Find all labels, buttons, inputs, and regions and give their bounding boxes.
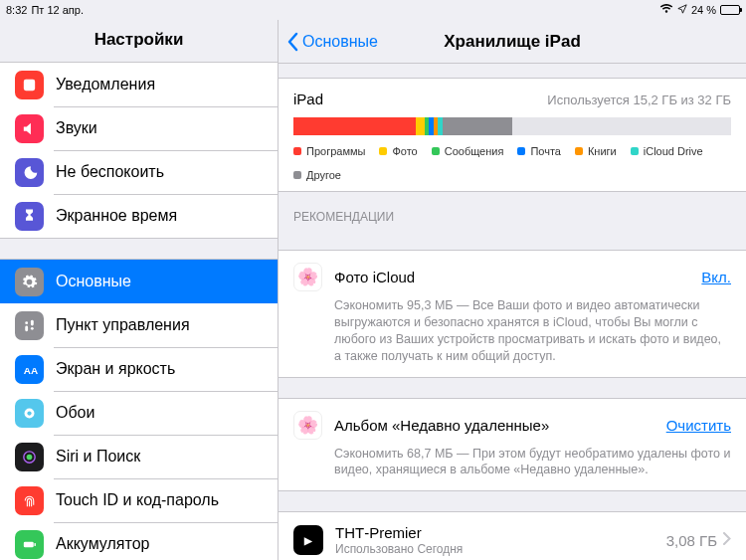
legend-label: Книги bbox=[588, 145, 617, 157]
app-row[interactable]: ▶ ТНТ-Premier Использовано Сегодня 3,08 … bbox=[279, 512, 746, 560]
svg-rect-11 bbox=[34, 543, 35, 546]
storage-card: iPad Используется 15,2 ГБ из 32 ГБ Прогр… bbox=[279, 78, 746, 192]
legend-item: Программы bbox=[293, 145, 365, 157]
recommendation-action[interactable]: Очистить bbox=[666, 417, 731, 434]
recommendation: 🌸 Альбом «Недавно удаленные» Очистить Сэ… bbox=[279, 399, 746, 491]
recommendation-card: 🌸 Альбом «Недавно удаленные» Очистить Сэ… bbox=[279, 398, 746, 492]
legend-swatch bbox=[575, 147, 583, 155]
recommendation-action[interactable]: Вкл. bbox=[701, 269, 731, 285]
legend-label: Другое bbox=[306, 169, 341, 181]
sidebar-item-label: Обои bbox=[56, 404, 94, 422]
sidebar-item-label: Не беспокоить bbox=[56, 163, 164, 181]
sidebar-item-general[interactable]: Основные bbox=[0, 260, 278, 303]
svg-rect-3 bbox=[31, 319, 34, 325]
notifications-icon bbox=[15, 71, 44, 99]
display-brightness-icon: AA bbox=[15, 355, 44, 384]
legend-item: iCloud Drive bbox=[631, 145, 703, 157]
legend-swatch bbox=[517, 147, 525, 155]
sidebar-item-control-center[interactable]: Пункт управления bbox=[0, 303, 278, 347]
storage-legend: ПрограммыФотоСообщенияПочтаКнигиiCloud D… bbox=[293, 145, 731, 181]
svg-point-4 bbox=[31, 326, 34, 329]
sidebar-item-label: Пункт управления bbox=[56, 316, 190, 334]
svg-rect-2 bbox=[25, 325, 28, 331]
legend-item: Фото bbox=[379, 145, 417, 157]
wallpaper-icon bbox=[15, 399, 44, 428]
sidebar-item-label: Экран и яркость bbox=[56, 360, 175, 378]
apps-list: ▶ ТНТ-Premier Использовано Сегодня 3,08 … bbox=[279, 511, 746, 560]
sidebar-item-do-not-disturb[interactable]: Не беспокоить bbox=[0, 150, 278, 194]
photos-icon: 🌸 bbox=[293, 411, 322, 440]
sidebar-group-2: ОсновныеПункт управленияAAЭкран и яркост… bbox=[0, 259, 278, 560]
status-time: 8:32 bbox=[6, 4, 27, 16]
battery-pct: 24 % bbox=[691, 4, 716, 16]
storage-segment bbox=[293, 117, 416, 135]
storage-used-text: Используется 15,2 ГБ из 32 ГБ bbox=[547, 93, 731, 107]
sidebar-item-siri-search[interactable]: Siri и Поиск bbox=[0, 435, 278, 478]
svg-text:AA: AA bbox=[24, 364, 38, 375]
sidebar-item-battery[interactable]: Аккумулятор bbox=[0, 522, 278, 560]
back-label: Основные bbox=[302, 33, 378, 51]
sidebar-item-display-brightness[interactable]: AAЭкран и яркость bbox=[0, 347, 278, 391]
sidebar-item-label: Звуки bbox=[56, 119, 97, 137]
battery-icon bbox=[15, 530, 44, 559]
storage-segment bbox=[416, 117, 425, 135]
location-icon bbox=[677, 4, 687, 16]
legend-swatch bbox=[379, 147, 387, 155]
storage-bar bbox=[293, 117, 731, 135]
sidebar-item-label: Основные bbox=[56, 273, 131, 290]
chevron-left-icon bbox=[286, 32, 298, 52]
legend-label: Сообщения bbox=[445, 145, 504, 157]
sidebar-item-sounds[interactable]: Звуки bbox=[0, 106, 278, 150]
svg-rect-10 bbox=[24, 541, 34, 547]
svg-point-9 bbox=[27, 454, 33, 460]
touch-id-icon bbox=[15, 486, 44, 515]
storage-device: iPad bbox=[293, 91, 323, 107]
recommendation-title: Альбом «Недавно удаленные» bbox=[334, 417, 666, 434]
sidebar-item-label: Siri и Поиск bbox=[56, 448, 140, 466]
detail-content[interactable]: iPad Используется 15,2 ГБ из 32 ГБ Прогр… bbox=[279, 64, 746, 560]
sidebar-item-screen-time[interactable]: Экранное время bbox=[0, 194, 278, 238]
svg-point-1 bbox=[25, 321, 28, 324]
sidebar-title: Настройки bbox=[0, 20, 278, 62]
legend-item: Почта bbox=[517, 145, 561, 157]
sidebar-item-label: Экранное время bbox=[56, 207, 177, 225]
legend-label: iCloud Drive bbox=[644, 145, 703, 157]
siri-search-icon bbox=[15, 443, 44, 471]
control-center-icon bbox=[15, 311, 44, 340]
wifi-icon bbox=[659, 4, 673, 16]
status-bar: 8:32 Пт 12 апр. 24 % bbox=[0, 0, 746, 20]
status-date: Пт 12 апр. bbox=[31, 4, 84, 16]
general-icon bbox=[15, 268, 44, 296]
legend-swatch bbox=[293, 147, 301, 155]
screen-time-icon bbox=[15, 202, 44, 231]
sidebar-item-touch-id[interactable]: Touch ID и код-пароль bbox=[0, 478, 278, 522]
legend-label: Почта bbox=[530, 145, 561, 157]
settings-sidebar[interactable]: Настройки УведомленияЗвукиНе беспокоитьЭ… bbox=[0, 20, 279, 560]
legend-swatch bbox=[631, 147, 639, 155]
legend-item: Другое bbox=[293, 169, 341, 181]
photos-icon: 🌸 bbox=[293, 263, 322, 291]
legend-label: Программы bbox=[306, 145, 365, 157]
app-icon: ▶ bbox=[293, 525, 323, 555]
legend-item: Сообщения bbox=[432, 145, 504, 157]
app-name: ТНТ-Premier bbox=[335, 524, 666, 542]
legend-swatch bbox=[432, 147, 440, 155]
recommendation-card: 🌸 Фото iCloud Вкл. Сэкономить 95,3 МБ — … bbox=[279, 250, 746, 378]
sidebar-group-1: УведомленияЗвукиНе беспокоитьЭкранное вр… bbox=[0, 62, 278, 239]
storage-segment bbox=[443, 117, 512, 135]
do-not-disturb-icon bbox=[15, 158, 44, 187]
app-subtitle: Использовано Сегодня bbox=[335, 542, 666, 556]
recommendation: 🌸 Фото iCloud Вкл. Сэкономить 95,3 МБ — … bbox=[279, 251, 746, 377]
recommendations-header: РЕКОМЕНДАЦИИ bbox=[279, 192, 746, 230]
sidebar-item-wallpaper[interactable]: Обои bbox=[0, 391, 278, 435]
sidebar-item-label: Аккумулятор bbox=[56, 535, 149, 553]
legend-swatch bbox=[293, 171, 301, 179]
detail-pane: Основные Хранилище iPad iPad Используетс… bbox=[279, 20, 746, 560]
app-size: 3,08 ГБ bbox=[666, 532, 717, 549]
svg-point-7 bbox=[27, 411, 31, 415]
battery-icon bbox=[720, 5, 740, 15]
sidebar-item-notifications[interactable]: Уведомления bbox=[0, 63, 278, 106]
detail-nav: Основные Хранилище iPad bbox=[279, 20, 746, 64]
back-button[interactable]: Основные bbox=[286, 32, 378, 52]
legend-item: Книги bbox=[575, 145, 617, 157]
